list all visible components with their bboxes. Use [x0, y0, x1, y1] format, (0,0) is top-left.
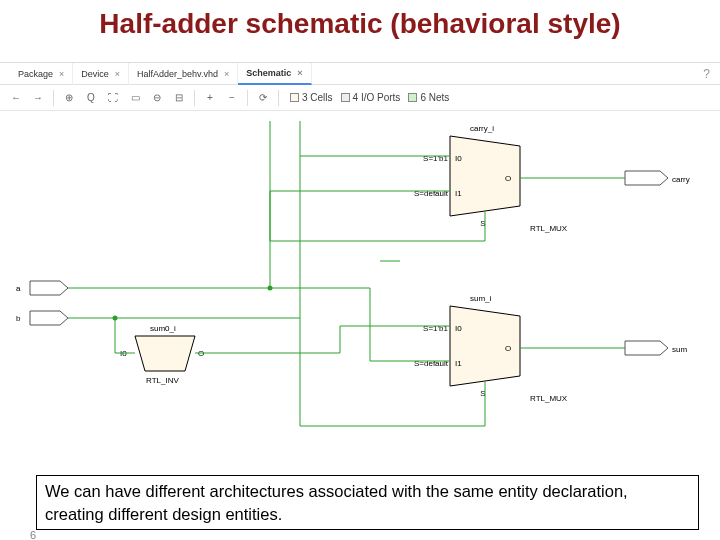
select-icon[interactable]: ▭ — [125, 88, 145, 108]
svg-point-37 — [113, 316, 118, 321]
forward-icon[interactable]: → — [28, 88, 48, 108]
svg-text:I1: I1 — [455, 359, 462, 368]
svg-text:RTL_MUX: RTL_MUX — [530, 224, 568, 233]
caption-box: We can have different architectures asso… — [36, 475, 699, 530]
stat-nets: 6 Nets — [408, 92, 449, 103]
rtl-inv-block: sum0_i I0 O RTL_INV — [120, 324, 204, 385]
tab-label: Package — [18, 69, 53, 79]
svg-point-40 — [268, 286, 273, 291]
close-icon[interactable]: × — [297, 68, 302, 78]
svg-text:RTL_MUX: RTL_MUX — [530, 394, 568, 403]
tab-label: HalfAdder_behv.vhd — [137, 69, 218, 79]
help-icon[interactable]: ? — [703, 67, 710, 81]
stat-ports: 4 I/O Ports — [341, 92, 401, 103]
svg-text:sum: sum — [672, 345, 687, 354]
port-sum: sum — [625, 341, 687, 355]
zoom-out-icon[interactable]: ⊖ — [147, 88, 167, 108]
close-icon[interactable]: × — [59, 69, 64, 79]
stat-ports-label: 4 I/O Ports — [353, 92, 401, 103]
tab-strip: Package × Device × HalfAdder_behv.vhd × … — [0, 63, 720, 85]
swatch-icon — [408, 93, 417, 102]
swatch-icon — [341, 93, 350, 102]
port-carry: carry — [625, 171, 690, 185]
separator — [194, 90, 195, 106]
svg-text:b: b — [16, 314, 21, 323]
svg-text:S=1'b1: S=1'b1 — [423, 324, 448, 333]
schematic-app: Package × Device × HalfAdder_behv.vhd × … — [0, 62, 720, 462]
stat-nets-label: 6 Nets — [420, 92, 449, 103]
svg-text:S=default: S=default — [414, 359, 449, 368]
separator — [278, 90, 279, 106]
add-icon[interactable]: + — [200, 88, 220, 108]
stat-cells: 3 Cells — [290, 92, 333, 103]
page-number: 6 — [30, 529, 36, 540]
tab-package[interactable]: Package × — [10, 63, 73, 85]
stat-cells-label: 3 Cells — [302, 92, 333, 103]
schematic-canvas[interactable]: a b sum0_i I0 O RTL_INV carry_i — [0, 111, 720, 461]
svg-marker-31 — [625, 341, 668, 355]
refresh-icon[interactable]: ⟳ — [253, 88, 273, 108]
svg-marker-0 — [30, 281, 68, 295]
svg-text:I0: I0 — [455, 154, 462, 163]
swatch-icon — [290, 93, 299, 102]
svg-text:I1: I1 — [455, 189, 462, 198]
separator — [53, 90, 54, 106]
slide-title: Half-adder schematic (behavioral style) — [0, 8, 720, 40]
back-icon[interactable]: ← — [6, 88, 26, 108]
svg-text:O: O — [505, 344, 511, 353]
tab-device[interactable]: Device × — [73, 63, 129, 85]
svg-marker-29 — [625, 171, 668, 185]
toolbar: ← → ⊕ Q ⛶ ▭ ⊖ ⊟ + − ⟳ 3 Cells 4 I/O Port… — [0, 85, 720, 111]
search-icon[interactable]: Q — [81, 88, 101, 108]
svg-text:carry: carry — [672, 175, 690, 184]
svg-text:carry_i: carry_i — [470, 124, 494, 133]
tab-file[interactable]: HalfAdder_behv.vhd × — [129, 63, 238, 85]
zoom-in-icon[interactable]: ⊕ — [59, 88, 79, 108]
svg-text:S=1'b1: S=1'b1 — [423, 154, 448, 163]
collapse-icon[interactable]: ⊟ — [169, 88, 189, 108]
svg-marker-2 — [30, 311, 68, 325]
schematic-svg: a b sum0_i I0 O RTL_INV carry_i — [0, 111, 720, 461]
close-icon[interactable]: × — [115, 69, 120, 79]
svg-text:sum0_i: sum0_i — [150, 324, 176, 333]
svg-text:O: O — [505, 174, 511, 183]
tab-label: Schematic — [246, 68, 291, 78]
svg-marker-5 — [135, 336, 195, 371]
port-a: a — [16, 281, 68, 295]
tab-schematic[interactable]: Schematic × — [238, 63, 311, 85]
tab-label: Device — [81, 69, 109, 79]
svg-text:RTL_INV: RTL_INV — [146, 376, 179, 385]
close-icon[interactable]: × — [224, 69, 229, 79]
fit-icon[interactable]: ⛶ — [103, 88, 123, 108]
remove-icon[interactable]: − — [222, 88, 242, 108]
port-b: b — [16, 311, 68, 325]
svg-text:I0: I0 — [455, 324, 462, 333]
separator — [247, 90, 248, 106]
svg-text:S=default: S=default — [414, 189, 449, 198]
svg-text:a: a — [16, 284, 21, 293]
svg-text:sum_i: sum_i — [470, 294, 492, 303]
